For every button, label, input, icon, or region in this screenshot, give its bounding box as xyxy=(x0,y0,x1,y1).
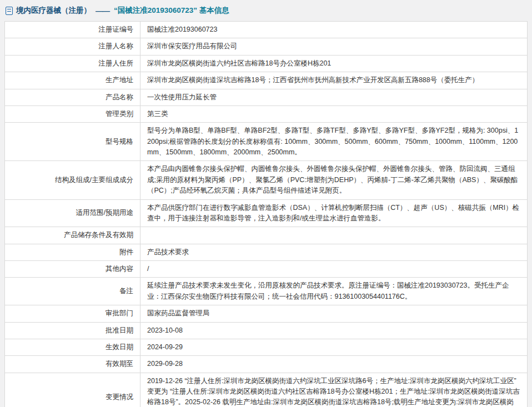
table-row: 产品储存条件及有效期 xyxy=(5,227,528,244)
row-value-expiry-date: 2029-09-28 xyxy=(140,356,528,373)
row-value-remarks: 延续注册产品技术要求未发生变化，沿用原核发的产品技术要求。原注册证编号：国械注准… xyxy=(140,278,528,305)
row-label-expiry-date: 有效期至 xyxy=(5,356,140,373)
row-value-intended-use: 本产品供医疗部门在进行数字减影血管造影术（DSA）、计算机控制断层扫描（CT）、… xyxy=(140,199,528,227)
table-row: 型号规格 型号分为单路B型、单路BF型、单路BF2型、多路T型、多路TF型、多路… xyxy=(5,123,528,161)
row-label-registration-number: 注册证编号 xyxy=(5,22,140,38)
table-row: 生产地址 深圳市龙岗区横岗街道深坑吉榕路18号；江西省抚州市抚州高新技术产业开发… xyxy=(5,72,528,89)
table-row: 变更情况 2019-12-26 “注册人住所:深圳市龙岗区横岗街道六约深坑工业区… xyxy=(5,373,528,407)
row-value-attachment: 产品技术要求 xyxy=(140,244,528,260)
table-row: 审批部门 国家药品监督管理局 xyxy=(5,305,528,322)
table-row: 附件 产品技术要求 xyxy=(5,244,528,260)
table-row: 产品名称 一次性使用压力延长管 xyxy=(5,89,528,105)
table-row: 管理类别 第三类 xyxy=(5,105,528,122)
row-value-effective-date: 2024-09-29 xyxy=(140,339,528,355)
row-value-change-history: 2019-12-26 “注册人住所:深圳市龙岗区横岗街道六约深坑工业区深坑路6号… xyxy=(140,373,528,407)
table-row: 生效日期 2024-09-29 xyxy=(5,339,528,355)
row-value-other-content: / xyxy=(140,261,528,278)
row-value-approval-department: 国家药品监督管理局 xyxy=(140,305,528,322)
table-row: 结构及组成/主要组成成分 本产品由内圆锥鲁尔接头保护帽、内圆锥鲁尔接头、外圆锥鲁… xyxy=(5,161,528,199)
row-value-structure-composition: 本产品由内圆锥鲁尔接头保护帽、内圆锥鲁尔接头、外圆锥鲁尔接头保护帽、外圆锥鲁尔接… xyxy=(140,161,528,199)
page-title: “国械注准20193060723” 基本信息 xyxy=(114,6,229,16)
row-value-approval-date: 2023-10-08 xyxy=(140,322,528,339)
row-label-other-content: 其他内容 xyxy=(5,261,140,278)
table-row: 注册证编号 国械注准20193060723 xyxy=(5,22,528,38)
header-category: 境内医疗器械（注册） xyxy=(16,6,91,16)
row-label-effective-date: 生效日期 xyxy=(5,339,140,355)
row-value-product-name: 一次性使用压力延长管 xyxy=(140,89,528,105)
row-value-registrant-address: 深圳市龙岗区横岗街道六约社区吉榕路18号办公室楼H栋201 xyxy=(140,55,528,72)
row-label-attachment: 附件 xyxy=(5,244,140,260)
row-value-production-address: 深圳市龙岗区横岗街道深坑吉榕路18号；江西省抚州市抚州高新技术产业开发区高新五路… xyxy=(140,72,528,89)
row-value-registrant-name: 深圳市保安医疗用品有限公司 xyxy=(140,38,528,55)
row-label-management-category: 管理类别 xyxy=(5,105,140,122)
row-label-storage-conditions: 产品储存条件及有效期 xyxy=(5,227,140,244)
table-row: 注册人名称 深圳市保安医疗用品有限公司 xyxy=(5,38,528,55)
row-value-model-spec: 型号分为单路B型、单路BF型、单路BF2型、多路T型、多路TF型、多路Y型、多路… xyxy=(140,123,528,161)
row-value-registration-number: 国械注准20193060723 xyxy=(140,22,528,38)
table-row: 其他内容 / xyxy=(5,261,528,278)
row-value-management-category: 第三类 xyxy=(140,105,528,122)
document-icon xyxy=(6,7,13,15)
row-label-approval-date: 批准日期 xyxy=(5,322,140,339)
row-label-production-address: 生产地址 xyxy=(5,72,140,89)
page-header: 境内医疗器械（注册） —— “国械注准20193060723” 基本信息 xyxy=(0,0,532,20)
table-row: 适用范围/预期用途 本产品供医疗部门在进行数字减影血管造影术（DSA）、计算机控… xyxy=(5,199,528,227)
info-table: 注册证编号 国械注准20193060723 注册人名称 深圳市保安医疗用品有限公… xyxy=(4,21,528,407)
row-label-registrant-address: 注册人住所 xyxy=(5,55,140,72)
table-row: 批准日期 2023-10-08 xyxy=(5,322,528,339)
row-label-model-spec: 型号规格 xyxy=(5,123,140,161)
table-row: 注册人住所 深圳市龙岗区横岗街道六约社区吉榕路18号办公室楼H栋201 xyxy=(5,55,528,72)
row-label-remarks: 备注 xyxy=(5,278,140,305)
header-dash: —— xyxy=(96,7,109,15)
table-row: 有效期至 2029-09-28 xyxy=(5,356,528,373)
row-label-change-history: 变更情况 xyxy=(5,373,140,407)
row-label-registrant-name: 注册人名称 xyxy=(5,38,140,55)
row-label-structure-composition: 结构及组成/主要组成成分 xyxy=(5,161,140,199)
row-label-intended-use: 适用范围/预期用途 xyxy=(5,199,140,227)
row-value-storage-conditions xyxy=(140,227,528,244)
row-label-approval-department: 审批部门 xyxy=(5,305,140,322)
table-row: 备注 延续注册产品技术要求未发生变化，沿用原核发的产品技术要求。原注册证编号：国… xyxy=(5,278,528,305)
row-label-product-name: 产品名称 xyxy=(5,89,140,105)
